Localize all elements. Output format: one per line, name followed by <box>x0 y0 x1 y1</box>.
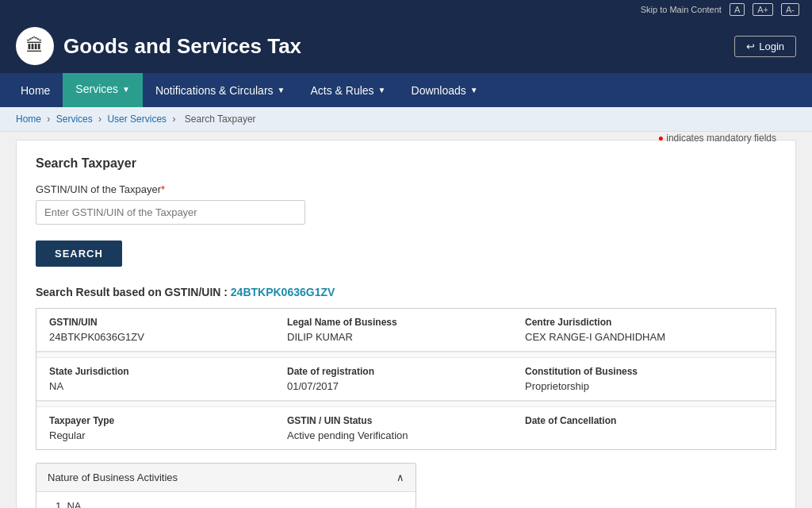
main-content: Search Taxpayer ● indicates mandatory fi… <box>16 140 796 508</box>
table-cell: Constitution of Business Proprietorship <box>525 366 763 392</box>
login-label: Login <box>759 40 784 52</box>
table-cell: GSTIN/UIN 24BTKPK0636G1ZV <box>49 317 287 343</box>
cell-value-dor: 01/07/2017 <box>287 380 525 392</box>
nav-downloads-label: Downloads <box>412 84 466 97</box>
breadcrumb-sep1: › <box>47 114 52 125</box>
cell-value-state: NA <box>49 380 287 392</box>
table-row: State Jurisdiction NA Date of registrati… <box>36 358 776 401</box>
services-dropdown-arrow: ▼ <box>122 85 130 94</box>
nature-header[interactable]: Nature of Business Activities ∧ <box>36 464 416 492</box>
breadcrumb-home[interactable]: Home <box>16 114 41 125</box>
breadcrumb: Home › Services › User Services › Search… <box>0 107 812 132</box>
result-gstin-highlight: 24BTKPK0636G1ZV <box>231 286 335 298</box>
cell-value-taxpayer-type: Regular <box>49 429 287 441</box>
result-heading-prefix: Search Result based on GSTIN/UIN : <box>36 286 231 298</box>
acts-dropdown-arrow: ▼ <box>378 86 386 94</box>
result-table: GSTIN/UIN 24BTKPK0636G1ZV Legal Name of … <box>36 308 776 450</box>
table-cell: Date of Cancellation <box>525 415 763 441</box>
result-heading: Search Result based on GSTIN/UIN : 24BTK… <box>36 286 776 298</box>
font-normal-button[interactable]: A <box>730 3 745 16</box>
table-cell: Legal Name of Business DILIP KUMAR <box>287 317 525 343</box>
table-divider <box>36 352 776 358</box>
table-cell: Taxpayer Type Regular <box>49 415 287 441</box>
nav-downloads[interactable]: Downloads ▼ <box>399 73 491 107</box>
font-plus-button[interactable]: A+ <box>753 3 773 16</box>
table-row: Taxpayer Type Regular GSTIN / UIN Status… <box>36 407 776 449</box>
header-left: 🏛 Goods and Services Tax <box>16 27 301 65</box>
gstin-label: GSTIN/UIN of the Taxpayer* <box>36 183 776 195</box>
mandatory-note: ● indicates mandatory fields <box>658 133 776 144</box>
cell-value-constitution: Proprietorship <box>525 380 763 392</box>
cell-value-gstin: 24BTKPK0636G1ZV <box>49 331 287 343</box>
cell-value-status: Active pending Verification <box>287 429 525 441</box>
breadcrumb-services[interactable]: Services <box>56 114 93 125</box>
cell-label-dor: Date of registration <box>287 366 525 377</box>
site-header: 🏛 Goods and Services Tax ↩ Login <box>0 19 812 73</box>
mandatory-text: indicates mandatory fields <box>666 133 776 144</box>
breadcrumb-current: Search Taxpayer <box>185 114 256 125</box>
nature-header-label: Nature of Business Activities <box>48 471 178 483</box>
cell-label-gstin: GSTIN/UIN <box>49 317 287 328</box>
cell-label-legal: Legal Name of Business <box>287 317 525 328</box>
gstin-input[interactable] <box>36 200 305 225</box>
search-button[interactable]: SEARCH <box>36 241 122 267</box>
mandatory-asterisk: ● <box>658 133 664 144</box>
cell-label-doc: Date of Cancellation <box>525 415 763 426</box>
utility-bar: Skip to Main Content A A+ A- <box>0 0 812 19</box>
cell-label-state: State Jurisdiction <box>49 366 287 377</box>
table-divider <box>36 401 776 407</box>
cell-value-legal: DILIP KUMAR <box>287 331 525 343</box>
font-minus-button[interactable]: A- <box>781 3 799 16</box>
gstin-required-mark: * <box>161 183 165 195</box>
table-cell: Date of registration 01/07/2017 <box>287 366 525 392</box>
cell-value-centre: CEX RANGE-I GANDHIDHAM <box>525 331 763 343</box>
downloads-dropdown-arrow: ▼ <box>470 86 478 94</box>
nature-content: 1. NA <box>36 492 416 508</box>
nav-services-label: Services <box>75 83 118 95</box>
result-section: Search Result based on GSTIN/UIN : 24BTK… <box>36 286 776 508</box>
nav-acts-rules[interactable]: Acts & Rules ▼ <box>297 73 398 107</box>
skip-main-link[interactable]: Skip to Main Content <box>641 5 722 14</box>
site-title: Goods and Services Tax <box>63 34 301 59</box>
nav-notifications-label: Notifications & Circulars <box>155 84 274 97</box>
table-cell: State Jurisdiction NA <box>49 366 287 392</box>
notifications-dropdown-arrow: ▼ <box>278 86 285 94</box>
breadcrumb-sep2: › <box>98 114 104 125</box>
cell-label-constitution: Constitution of Business <box>525 366 763 377</box>
cell-label-taxpayer-type: Taxpayer Type <box>49 415 287 426</box>
table-cell: Centre Jurisdiction CEX RANGE-I GANDHIDH… <box>525 317 763 343</box>
login-button[interactable]: ↩ Login <box>734 36 796 57</box>
login-icon: ↩ <box>746 40 755 52</box>
nav-notifications[interactable]: Notifications & Circulars ▼ <box>143 73 298 107</box>
nature-section: Nature of Business Activities ∧ 1. NA <box>36 463 416 508</box>
logo-emblem: 🏛 <box>16 27 54 65</box>
breadcrumb-sep3: › <box>172 114 178 125</box>
breadcrumb-user-services[interactable]: User Services <box>107 114 167 125</box>
cell-label-centre: Centre Jurisdiction <box>525 317 763 328</box>
cell-label-status: GSTIN / UIN Status <box>287 415 525 426</box>
main-navbar: Home Services ▼ Notifications & Circular… <box>0 73 812 107</box>
emblem-icon: 🏛 <box>26 36 44 56</box>
nav-home[interactable]: Home <box>8 73 63 107</box>
page-title: Search Taxpayer <box>36 156 136 171</box>
list-item: 1. NA <box>56 500 396 508</box>
nature-collapse-icon: ∧ <box>396 471 404 483</box>
table-cell: GSTIN / UIN Status Active pending Verifi… <box>287 415 525 441</box>
nav-acts-label: Acts & Rules <box>310 84 373 97</box>
table-row: GSTIN/UIN 24BTKPK0636G1ZV Legal Name of … <box>36 309 776 352</box>
nav-services[interactable]: Services ▼ <box>63 73 143 107</box>
